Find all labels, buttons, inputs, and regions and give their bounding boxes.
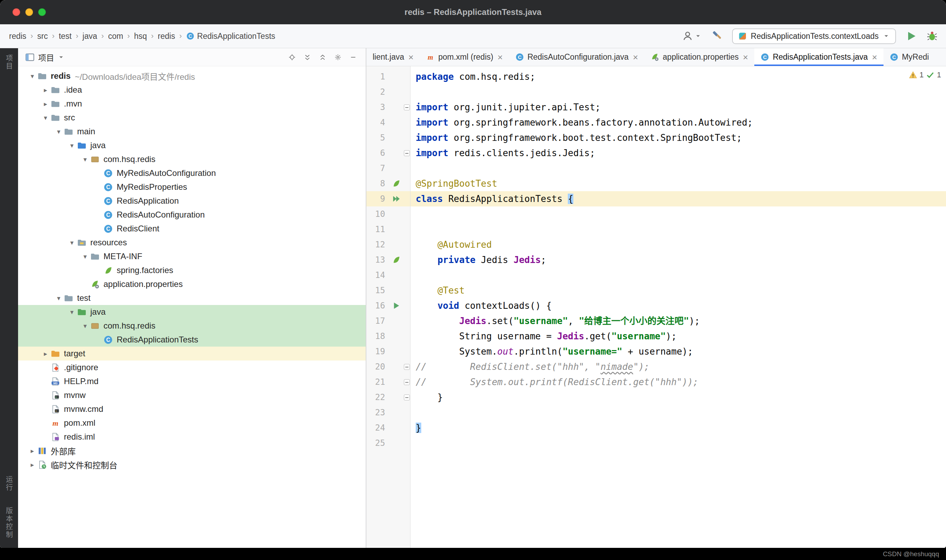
code-text[interactable]: package com.hsq.redis; — [410, 69, 946, 84]
tree-item-pom-xml[interactable]: mpom.xml — [18, 416, 366, 430]
tree-item-gitignore[interactable]: .gitignore — [18, 360, 366, 374]
code-line-4[interactable]: 4import org.springframework.beans.factor… — [366, 115, 946, 130]
tab-close-icon[interactable]: × — [872, 53, 877, 62]
code-text[interactable] — [410, 206, 946, 222]
breadcrumb-item-redis[interactable]: redis — [158, 32, 175, 41]
stripe-button-运行[interactable]: 运行 — [4, 476, 14, 492]
chevron-collapsed-icon[interactable]: ▸ — [40, 100, 51, 108]
chevron-expanded-icon[interactable]: ▾ — [67, 142, 77, 149]
chevron-expanded-icon[interactable]: ▾ — [67, 308, 77, 316]
code-line-2[interactable]: 2 — [366, 84, 946, 100]
code-text[interactable]: String username = Jedis.get("username"); — [410, 329, 946, 344]
code-line-8[interactable]: 8@SpringBootTest — [366, 176, 946, 191]
fold-marker[interactable] — [403, 100, 410, 115]
code-line-20[interactable]: 20// RedisClient.set("hhh", "nimade"); — [366, 359, 946, 374]
tree-item-test[interactable]: ▾test — [18, 291, 366, 305]
code-line-15[interactable]: 15 @Test — [366, 283, 946, 298]
code-line-9[interactable]: 9class RedisApplicationTests { — [366, 191, 946, 206]
breadcrumb-item-redisapplicationtests[interactable]: CRedisApplicationTests — [186, 32, 275, 41]
tree-item-redis[interactable]: ▾redis~/Downloads/idea项目文件/redis — [18, 69, 366, 83]
chevron-down-icon[interactable] — [58, 54, 65, 61]
tree-item-redisautoconfiguration[interactable]: CRedisAutoConfiguration — [18, 208, 366, 222]
code-text[interactable]: private Jedis Jedis; — [410, 252, 946, 268]
code-text[interactable]: Jedis.set("username", "给博主一个小小的关注吧"); — [410, 313, 946, 329]
tree-item-mvn[interactable]: ▸.mvn — [18, 97, 366, 111]
code-text[interactable]: @Autowired — [410, 237, 946, 252]
code-line-7[interactable]: 7 — [366, 161, 946, 176]
chevron-expanded-icon[interactable]: ▾ — [80, 322, 90, 330]
fold-marker[interactable] — [403, 390, 410, 405]
fold-marker[interactable] — [403, 359, 410, 374]
code-line-11[interactable]: 11 — [366, 222, 946, 237]
tree-item-redisapplicationtests[interactable]: CRedisApplicationTests — [18, 333, 366, 347]
code-text[interactable]: // RedisClient.set("hhh", "nimade"); — [410, 359, 946, 374]
code-text[interactable] — [410, 268, 946, 283]
code-line-24[interactable]: 24} — [366, 420, 946, 435]
code-text[interactable] — [410, 435, 946, 451]
breadcrumb-item-test[interactable]: test — [59, 32, 71, 41]
chevron-expanded-icon[interactable]: ▾ — [54, 294, 64, 302]
code-line-25[interactable]: 25 — [366, 435, 946, 451]
tree-item-idea[interactable]: ▸.idea — [18, 83, 366, 97]
debug-button[interactable] — [927, 31, 938, 42]
run-all-gutter-icon[interactable] — [389, 191, 403, 206]
editor-body[interactable]: 1package com.hsq.redis;23import org.juni… — [366, 66, 946, 548]
code-line-21[interactable]: 21// System.out.printf(RedisClient.get("… — [366, 374, 946, 390]
tab-close-icon[interactable]: × — [408, 53, 414, 62]
tree-item-target[interactable]: ▸target — [18, 347, 366, 360]
code-line-10[interactable]: 10 — [366, 206, 946, 222]
close-window-button[interactable] — [12, 8, 20, 16]
fold-marker[interactable] — [403, 374, 410, 390]
code-text[interactable]: } — [410, 390, 946, 405]
tree-item-com-hsq-redis[interactable]: ▾com.hsq.redis — [18, 152, 366, 166]
gear-icon[interactable] — [335, 54, 341, 61]
project-panel-title[interactable]: 项目 — [38, 51, 54, 63]
code-text[interactable]: import org.junit.jupiter.api.Test; — [410, 100, 946, 115]
breadcrumb-item-src[interactable]: src — [37, 32, 48, 41]
chevron-expanded-icon[interactable]: ▾ — [80, 252, 90, 261]
tree-item-mvnw-cmd[interactable]: >_mvnw.cmd — [18, 402, 366, 416]
user-menu-button[interactable] — [682, 31, 702, 42]
minimize-window-button[interactable] — [25, 8, 33, 16]
code-line-3[interactable]: 3import org.junit.jupiter.api.Test; — [366, 100, 946, 115]
tree-item-mvnw[interactable]: >_mvnw — [18, 388, 366, 402]
tree-item-resources[interactable]: ▾resources — [18, 235, 366, 249]
chevron-expanded-icon[interactable]: ▾ — [27, 72, 37, 80]
tree-item-com-hsq-redis[interactable]: ▾com.hsq.redis — [18, 319, 366, 333]
code-line-13[interactable]: 13 private Jedis Jedis; — [366, 252, 946, 268]
tree-item-redis-iml[interactable]: redis.iml — [18, 430, 366, 444]
chevron-expanded-icon[interactable]: ▾ — [67, 239, 77, 247]
tree-item-help-md[interactable]: MDHELP.md — [18, 374, 366, 388]
code-line-23[interactable]: 23 — [366, 405, 946, 420]
select-opened-file-button[interactable] — [289, 54, 296, 61]
code-line-18[interactable]: 18 String username = Jedis.get("username… — [366, 329, 946, 344]
tab-application-properties[interactable]: application.properties× — [644, 48, 754, 66]
breadcrumb-item-hsq[interactable]: hsq — [134, 32, 147, 41]
code-text[interactable]: void contextLoads() { — [410, 298, 946, 313]
chevron-collapsed-icon[interactable]: ▸ — [40, 350, 51, 358]
chevron-expanded-icon[interactable]: ▾ — [54, 128, 64, 136]
tree-item-myredisautoconfiguration[interactable]: CMyRedisAutoConfiguration — [18, 166, 366, 180]
tree-item-java[interactable]: ▾java — [18, 305, 366, 319]
code-text[interactable]: System.out.println("username=" + usernam… — [410, 344, 946, 359]
tree-item-临时文件和控制台[interactable]: ▸临时文件和控制台 — [18, 458, 366, 472]
code-text[interactable] — [410, 222, 946, 237]
code-line-1[interactable]: 1package com.hsq.redis; — [366, 69, 946, 84]
code-text[interactable]: @SpringBootTest — [410, 176, 946, 191]
run-configuration-select[interactable]: RedisApplicationTests.contextLoads — [732, 28, 896, 44]
tab-lient-java[interactable]: lient.java× — [366, 48, 420, 66]
code-text[interactable] — [410, 84, 946, 100]
code-text[interactable]: import org.springframework.boot.test.con… — [410, 130, 946, 145]
code-text[interactable]: } — [410, 420, 946, 435]
chevron-expanded-icon[interactable]: ▾ — [40, 114, 51, 122]
code-text[interactable]: import org.springframework.beans.factory… — [410, 115, 946, 130]
run-gutter-icon[interactable] — [389, 298, 403, 313]
code-line-14[interactable]: 14 — [366, 268, 946, 283]
tree-item-外部库[interactable]: ▸外部库 — [18, 444, 366, 458]
code-text[interactable]: // System.out.printf(RedisClient.get("hh… — [410, 374, 946, 390]
spring-gutter-icon[interactable] — [389, 252, 403, 268]
titlebar[interactable]: redis – RedisApplicationTests.java — [0, 0, 946, 24]
breadcrumb-item-redis[interactable]: redis — [9, 32, 26, 41]
fold-marker[interactable] — [403, 145, 410, 161]
tab-pom-xml-redis[interactable]: mpom.xml (redis)× — [420, 48, 509, 66]
